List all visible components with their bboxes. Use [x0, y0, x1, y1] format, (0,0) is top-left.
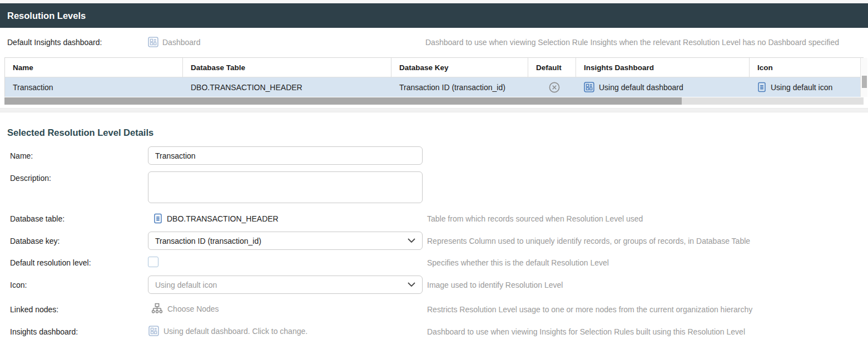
cell-icon: Using default icon — [750, 77, 861, 97]
panel-title-bar: Resolution Levels — [0, 3, 868, 28]
column-header-database-key[interactable]: Database Key — [391, 58, 528, 77]
column-header-insights-dashboard[interactable]: Insights Dashboard — [576, 58, 750, 77]
default-resolution-level-checkbox[interactable] — [148, 257, 158, 267]
default-dashboard-button[interactable]: Dashboard — [148, 37, 201, 47]
cell-default — [528, 77, 576, 97]
database-key-hint: Represents Column used to uniquely ident… — [427, 237, 750, 245]
database-key-select[interactable]: Transaction ID (transaction_id) — [148, 232, 423, 250]
database-table-hint: Table from which records sourced when Re… — [427, 214, 643, 223]
resolution-levels-table: Name Database Table Database Key Default… — [4, 57, 864, 97]
insights-dashboard-label: Insights dashboard: — [10, 327, 78, 336]
database-table-label: Database table: — [10, 214, 65, 223]
choose-nodes-button[interactable]: Choose Nodes — [151, 303, 219, 314]
table-header-row: Name Database Table Database Key Default… — [5, 58, 861, 77]
cell-insights-dashboard: Using default dashboard — [576, 77, 750, 97]
database-document-icon — [153, 213, 162, 224]
cell-name: Transaction — [5, 77, 183, 97]
insights-dashboard-button-label: Using default dashboard. Click to change… — [163, 327, 307, 336]
database-key-label: Database key: — [10, 237, 60, 245]
default-dashboard-button-label: Dashboard — [162, 38, 201, 47]
table-row-transaction[interactable]: Transaction DBO.TRANSACTION_HEADER Trans… — [5, 77, 861, 97]
vertical-scrollbar-thumb[interactable] — [862, 76, 867, 88]
not-default-icon[interactable] — [548, 81, 561, 94]
icon-select[interactable]: Using default icon — [148, 276, 423, 294]
cell-database-table: DBO.TRANSACTION_HEADER — [183, 77, 391, 97]
linked-nodes-hint: Restricts Resolution Level usage to one … — [427, 305, 752, 314]
section-divider — [0, 108, 868, 112]
name-label: Name: — [10, 151, 33, 160]
database-table-value-text: DBO.TRANSACTION_HEADER — [167, 214, 279, 223]
dashboard-icon — [148, 37, 158, 47]
default-insights-dashboard-label: Default Insights dashboard: — [7, 38, 102, 47]
linked-nodes-label: Linked nodes: — [10, 305, 58, 314]
horizontal-scrollbar[interactable] — [4, 97, 864, 105]
database-document-icon — [757, 82, 766, 92]
icon-label: Icon: — [10, 281, 27, 289]
horizontal-scrollbar-thumb[interactable] — [4, 97, 682, 105]
org-hierarchy-icon — [151, 303, 163, 314]
database-key-selected-value: Transaction ID (transaction_id) — [155, 237, 261, 245]
icon-hint: Image used to identify Resolution Level — [427, 281, 563, 289]
name-input[interactable] — [148, 146, 423, 165]
default-resolution-level-hint: Specifies whether this is the default Re… — [427, 258, 609, 267]
cell-icon-text: Using default icon — [771, 83, 832, 92]
cell-database-key: Transaction ID (transaction_id) — [391, 77, 528, 97]
chevron-down-icon — [408, 238, 415, 243]
vertical-scrollbar[interactable] — [860, 58, 867, 97]
details-section-heading: Selected Resolution Level Details — [7, 127, 153, 138]
page-title: Resolution Levels — [7, 11, 86, 21]
resolution-levels-page: Resolution Levels Default Insights dashb… — [0, 0, 868, 349]
dashboard-icon — [148, 326, 159, 336]
description-input[interactable] — [148, 171, 423, 203]
insights-dashboard-button[interactable]: Using default dashboard. Click to change… — [148, 326, 307, 336]
choose-nodes-button-label: Choose Nodes — [167, 304, 219, 313]
chevron-down-icon — [408, 282, 415, 287]
dashboard-icon — [584, 82, 594, 92]
default-resolution-level-label: Default resolution level: — [10, 258, 91, 267]
column-header-database-table[interactable]: Database Table — [183, 58, 391, 77]
insights-dashboard-hint: Dashboard to use when viewing Insights f… — [427, 327, 745, 336]
description-label: Description: — [10, 174, 51, 183]
default-dashboard-hint: Dashboard to use when viewing Selection … — [425, 38, 868, 47]
cell-insights-dashboard-text: Using default dashboard — [599, 83, 683, 92]
icon-selected-value: Using default icon — [155, 281, 217, 289]
column-header-name[interactable]: Name — [5, 58, 183, 77]
column-header-default[interactable]: Default — [528, 58, 576, 77]
column-header-icon[interactable]: Icon — [750, 58, 861, 77]
database-table-value[interactable]: DBO.TRANSACTION_HEADER — [153, 213, 279, 224]
